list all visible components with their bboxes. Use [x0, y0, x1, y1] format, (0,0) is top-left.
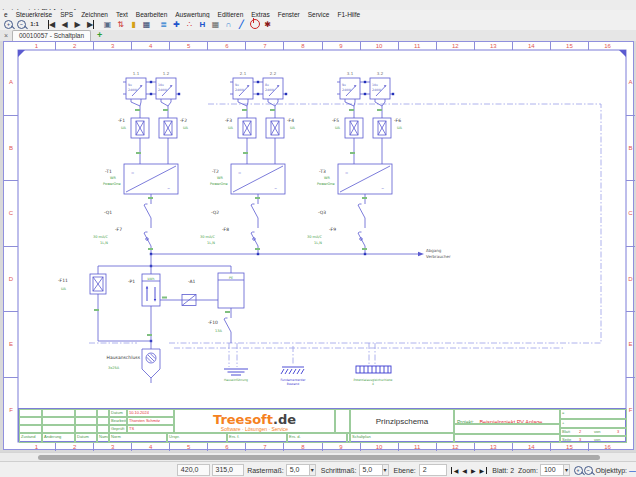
menu-item[interactable]: Editieren: [214, 11, 248, 18]
close-tab-icon[interactable]: ×: [0, 30, 12, 41]
first-sheet-icon[interactable]: ◀: [451, 467, 461, 474]
earth-label: Bestand: [287, 382, 299, 386]
tb-blatt-row: Blatt 2 von 3: [560, 428, 627, 436]
wrench-icon[interactable]: ╱: [235, 19, 248, 30]
menu-item[interactable]: SPS: [56, 11, 77, 18]
menu-item[interactable]: Steuerkreise: [12, 11, 57, 18]
pv-string-group[interactable]: 2.1 2.2 9x 240W 8x 240W -F: [200, 71, 296, 254]
inverter-id: -T3: [319, 169, 326, 174]
ruler-label: 6: [207, 442, 245, 451]
tb-seite-row: Seite 3 von: [560, 436, 627, 443]
layers-icon[interactable]: ≣: [157, 19, 170, 30]
pv-string-group[interactable]: 3.1 3.2 9x 240W 10x 240W -: [307, 71, 403, 254]
menu-item[interactable]: Auswertung: [171, 11, 213, 18]
ac-bus[interactable]: Abgang Verbraucher: [150, 248, 451, 259]
add-tab-icon[interactable]: +: [91, 30, 102, 41]
jump-point-icon[interactable]: ∴: [183, 19, 196, 30]
fuse-id: -F2: [180, 118, 187, 123]
first-sheet-icon[interactable]: ◀: [45, 19, 58, 30]
inverter-make: PowerOne: [103, 182, 121, 186]
symbol-h-icon[interactable]: H: [196, 19, 209, 30]
prev-sheet-icon[interactable]: ◀: [58, 19, 71, 30]
fuse-id: -F3: [225, 118, 232, 123]
ruler-label: 4: [131, 442, 169, 451]
menu-item[interactable]: Service: [304, 11, 334, 18]
breaker-symbol[interactable]: [224, 318, 231, 343]
menu-item[interactable]: e: [0, 11, 12, 18]
arc-icon[interactable]: ∩: [222, 19, 235, 30]
battery-icon[interactable]: ▮: [127, 19, 140, 30]
tb-aenderung: Änderung: [42, 433, 75, 443]
rcd-rating: 30 mA/C: [307, 235, 323, 239]
ruler-label: 9: [322, 442, 360, 451]
ruler-label: 6: [207, 42, 245, 50]
drawing-page[interactable]: 1.1 1.2 9x 240W 10x 240W -: [3, 41, 634, 450]
logo-icon[interactable]: ✱: [261, 19, 274, 30]
catalog-icon[interactable]: ▦: [209, 19, 222, 30]
power-icon[interactable]: [248, 19, 261, 30]
table-icon[interactable]: ▦: [140, 19, 153, 30]
crosshair-icon[interactable]: ✚: [170, 19, 183, 30]
menu-item[interactable]: Text: [112, 11, 132, 18]
zoom-in-icon[interactable]: +: [2, 19, 15, 30]
rcd-poles: 1L,N: [207, 241, 215, 245]
zoom-out-icon[interactable]: −: [583, 465, 593, 476]
earth-label: Potentialausgleichschiene: [354, 378, 393, 382]
drawing-canvas[interactable]: 1.1 1.2 9x 240W 10x 240W -: [0, 41, 636, 452]
rcd-rating: 30 mA/C: [200, 235, 216, 239]
panel-qty: 10x: [372, 83, 378, 87]
camera-icon[interactable]: ▣: [101, 19, 114, 30]
fuse-rating: UA: [183, 126, 189, 130]
switch-symbol[interactable]: [358, 202, 365, 226]
ruler-label: 14: [512, 42, 550, 50]
panel-qty: 8x: [265, 83, 269, 87]
zoom-1to1-icon[interactable]: 1:1: [28, 19, 41, 30]
ruler-label: C: [626, 180, 635, 246]
menu-item[interactable]: Zeichnen: [77, 11, 112, 18]
sort-updown-icon[interactable]: ⇅: [114, 19, 127, 30]
ruler-label: 4: [131, 42, 169, 50]
fuse-rating: UA: [121, 126, 127, 130]
coord-y: 315,0 mm: [212, 464, 245, 476]
prev-sheet-icon[interactable]: ◀: [460, 467, 469, 474]
zoom-select[interactable]: 100 %▾: [540, 464, 570, 476]
last-sheet-icon[interactable]: ▶: [84, 19, 97, 30]
ebene-input[interactable]: 2: [419, 464, 447, 476]
schritt-label: Schrittmaß:: [319, 467, 359, 474]
scrollbar-thumb[interactable]: [38, 455, 600, 460]
tb-datum-value: 10.10.2024: [127, 409, 174, 417]
zoom-in-icon[interactable]: +: [573, 465, 583, 476]
breaker-rating: 13A: [215, 329, 222, 333]
zoom-label: Zoom:: [516, 467, 540, 474]
next-sheet-icon[interactable]: ▶: [71, 19, 84, 30]
panel-qty: 9x: [128, 83, 132, 87]
earth-symbol[interactable]: [224, 369, 248, 375]
blatt-indicator: Blatt: 2: [490, 467, 516, 474]
zoom-out-icon[interactable]: −: [15, 19, 28, 30]
schematic-svg[interactable]: 1.1 1.2 9x 240W 10x 240W -: [4, 42, 635, 451]
lower-distribution[interactable]: -F11 UA -P1 kWh: [58, 254, 244, 383]
next-sheet-icon[interactable]: ▶: [469, 467, 478, 474]
menu-item[interactable]: Fenster: [274, 11, 304, 18]
tab-schaltplan[interactable]: 00010057 - Schaltplan: [12, 30, 91, 41]
fuse-rating: UA: [61, 287, 67, 291]
inverter-make: PowerOne: [210, 182, 228, 186]
status-bar: 420,0 mm 315,0 mm Rastermaß: 5,0▾ Schrit…: [0, 461, 636, 477]
inverter-id: -T2: [212, 169, 219, 174]
switch-symbol[interactable]: [144, 202, 151, 226]
menu-item[interactable]: F1-Hilfe: [333, 11, 364, 18]
earthing-symbols[interactable]: Hauseinführung Fundamenterder Bestand Po…: [224, 366, 393, 386]
raster-select[interactable]: 5,0▾: [286, 464, 316, 476]
menu-item[interactable]: Extras: [247, 11, 273, 18]
switch-id: -Q2: [211, 210, 219, 215]
pv-string-group[interactable]: 1.1 1.2 9x 240W 10x 240W -: [93, 71, 189, 254]
ruler-left: ABCDEF: [4, 50, 18, 442]
menu-item[interactable]: Bearbeiten: [132, 11, 171, 18]
last-sheet-icon[interactable]: ▶: [478, 467, 488, 474]
tb-urspr: Urspr.: [167, 433, 227, 443]
switch-symbol[interactable]: [251, 202, 258, 226]
schritt-select[interactable]: 5,0▾: [359, 464, 389, 476]
equipotential-bar-symbol[interactable]: [356, 366, 391, 373]
switch-id: -Q3: [318, 210, 326, 215]
tb-ersf: Ers. f.: [227, 433, 287, 443]
